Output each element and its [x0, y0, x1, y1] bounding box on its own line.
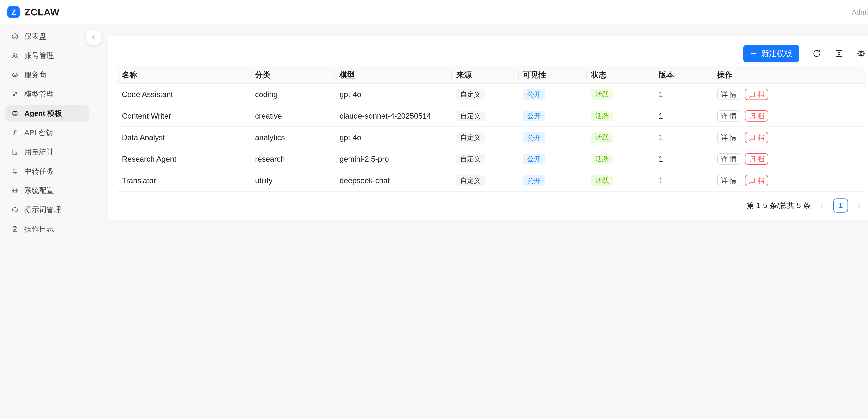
sidebar-item-prompts[interactable]: 提示词管理 — [4, 201, 89, 218]
cell-model: deepseek-chat — [335, 176, 452, 185]
table-row: Content Writer creative claude-sonnet-4-… — [117, 106, 866, 127]
cell-category: research — [250, 155, 335, 163]
archive-button[interactable]: 归 档 — [745, 132, 768, 143]
cell-source: 自定义 — [452, 154, 519, 164]
status-tag: 活跃 — [591, 89, 613, 100]
chevron-left-icon — [90, 34, 97, 41]
gear-icon — [11, 187, 19, 194]
cell-version: 1 — [654, 155, 712, 163]
cell-visibility: 公开 — [519, 154, 587, 164]
detail-button[interactable]: 详 情 — [717, 89, 740, 100]
cloud-server-icon — [11, 71, 19, 79]
detail-button[interactable]: 详 情 — [717, 110, 740, 122]
status-tag: 活跃 — [591, 111, 613, 121]
sidebar-item-api-keys[interactable]: API 密钥 — [4, 124, 89, 141]
swap-icon — [11, 168, 19, 175]
cell-status: 活跃 — [587, 132, 654, 143]
table-header-row: 名称分类模型来源可见性状态版本操作 — [117, 66, 866, 84]
column-header: 名称 — [117, 66, 250, 83]
cell-actions: 详 情 归 档 — [712, 89, 866, 100]
sidebar-collapse-button[interactable] — [86, 30, 101, 45]
archive-button[interactable]: 归 档 — [745, 89, 768, 100]
cell-source: 自定义 — [452, 132, 519, 143]
cell-status: 活跃 — [587, 154, 654, 164]
column-header: 操作 — [712, 66, 866, 83]
column-header: 分类 — [250, 66, 335, 83]
sidebar-item-models[interactable]: 模型管理 — [4, 86, 89, 102]
sidebar-item-dashboard[interactable]: 仪表盘 — [4, 28, 89, 45]
sidebar: 仪表盘 账号管理 服务商 模型管理 Agent 模板 API 密钥 用量统计 中… — [0, 25, 94, 418]
archive-button[interactable]: 归 档 — [745, 110, 768, 122]
detail-button[interactable]: 详 情 — [717, 153, 740, 164]
detail-button[interactable]: 详 情 — [717, 175, 740, 186]
api-plug-icon — [11, 90, 19, 98]
cell-category: analytics — [250, 133, 335, 142]
top-bar: Z ZCLAW Admin — [0, 0, 868, 25]
cell-name: Research Agent — [117, 155, 250, 163]
column-header: 可见性 — [519, 66, 587, 83]
sidebar-item-system-config[interactable]: 系统配置 — [4, 182, 89, 199]
cell-status: 活跃 — [587, 111, 654, 121]
status-tag: 活跃 — [591, 154, 613, 164]
cell-visibility: 公开 — [519, 175, 587, 186]
new-template-button[interactable]: 新建模板 — [743, 45, 799, 62]
source-tag: 自定义 — [456, 132, 485, 143]
archive-button[interactable]: 归 档 — [745, 153, 768, 164]
cell-name: Code Assistant — [117, 90, 250, 99]
pagination: 第 1-5 条/总共 5 条 1 — [117, 199, 866, 213]
column-header: 版本 — [654, 66, 712, 83]
user-menu[interactable]: Admin — [852, 8, 868, 16]
bar-chart-icon — [11, 148, 19, 156]
status-tag: 活跃 — [591, 175, 613, 186]
main-content: 新建模板 名称分类模型来源可见性状态版本操作 Code Assistant co… — [94, 25, 868, 418]
team-icon — [11, 52, 19, 59]
cell-visibility: 公开 — [519, 111, 587, 121]
pagination-summary: 第 1-5 条/总共 5 条 — [746, 200, 811, 211]
sidebar-item-providers[interactable]: 服务商 — [4, 66, 89, 83]
table-row: Translator utility deepseek-chat 自定义 公开 … — [117, 170, 866, 192]
visibility-tag: 公开 — [523, 132, 545, 143]
source-tag: 自定义 — [456, 175, 485, 186]
robot-icon — [11, 110, 19, 117]
pagination-prev-button[interactable] — [816, 199, 828, 212]
sidebar-item-accounts[interactable]: 账号管理 — [4, 47, 89, 64]
pagination-next-button[interactable] — [853, 199, 866, 212]
chevron-right-icon — [856, 203, 863, 209]
templates-table: 名称分类模型来源可见性状态版本操作 Code Assistant coding … — [117, 66, 866, 192]
cell-actions: 详 情 归 档 — [712, 175, 866, 186]
cell-actions: 详 情 归 档 — [712, 110, 866, 122]
cell-status: 活跃 — [587, 175, 654, 186]
brand: Z ZCLAW — [7, 6, 59, 19]
cell-visibility: 公开 — [519, 132, 587, 143]
cell-model: gpt-4o — [335, 133, 452, 142]
sidebar-item-usage-stats[interactable]: 用量统计 — [4, 143, 89, 160]
table-row: Code Assistant coding gpt-4o 自定义 公开 活跃 1… — [117, 84, 866, 106]
cell-category: creative — [250, 112, 335, 120]
detail-button[interactable]: 详 情 — [717, 132, 740, 143]
templates-card: 新建模板 名称分类模型来源可见性状态版本操作 Code Assistant co… — [107, 36, 868, 220]
cell-name: Data Analyst — [117, 133, 250, 142]
cell-version: 1 — [654, 133, 712, 142]
sidebar-item-relay-tasks[interactable]: 中转任务 — [4, 163, 89, 180]
visibility-tag: 公开 — [523, 154, 545, 164]
table-row: Data Analyst analytics gpt-4o 自定义 公开 活跃 … — [117, 127, 866, 148]
cell-name: Translator — [117, 176, 250, 185]
table-body: Code Assistant coding gpt-4o 自定义 公开 活跃 1… — [117, 84, 866, 191]
table-toolbar: 新建模板 — [117, 45, 866, 62]
density-icon[interactable] — [835, 49, 843, 58]
source-tag: 自定义 — [456, 89, 485, 100]
cell-version: 1 — [654, 176, 712, 185]
visibility-tag: 公开 — [523, 111, 545, 121]
sidebar-item-operation-logs[interactable]: 操作日志 — [4, 220, 89, 238]
table-row: Research Agent research gemini-2.5-pro 自… — [117, 148, 866, 170]
sidebar-item-agent-templates[interactable]: Agent 模板 — [4, 105, 89, 122]
message-icon — [11, 206, 19, 213]
refresh-icon[interactable] — [812, 49, 821, 58]
pagination-page-1[interactable]: 1 — [833, 199, 848, 213]
archive-button[interactable]: 归 档 — [745, 175, 768, 186]
cell-category: utility — [250, 176, 335, 185]
cell-visibility: 公开 — [519, 89, 587, 100]
column-header: 状态 — [587, 66, 654, 83]
source-tag: 自定义 — [456, 111, 485, 121]
column-settings-gear-icon[interactable] — [857, 49, 866, 58]
